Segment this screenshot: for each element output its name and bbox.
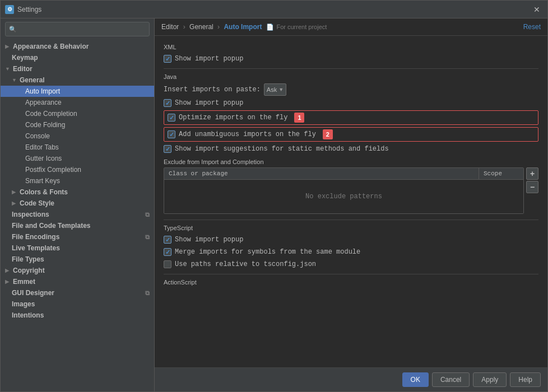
- apply-button[interactable]: Apply: [473, 372, 507, 387]
- ts-as-divider: [164, 274, 538, 274]
- settings-content: XML Show import popup Java Insert import…: [155, 36, 547, 367]
- java-show-suggestions-row: Show import suggestions for static metho…: [164, 144, 538, 154]
- col-class-package: Class or package: [164, 168, 479, 179]
- sidebar-item-gutter-icons[interactable]: Gutter Icons: [1, 153, 154, 164]
- ts-merge-imports-label: Merge imports for symbols from the same …: [175, 248, 360, 256]
- arrow-icon: ▶: [5, 44, 11, 49]
- sidebar-item-label: Gutter Icons: [25, 155, 62, 162]
- breadcrumb-general: General: [189, 23, 213, 31]
- sidebar-item-label: Colors & Fonts: [20, 188, 68, 196]
- exclude-section: Exclude from Import and Completion Class…: [164, 158, 538, 214]
- sidebar-item-label: Smart Keys: [25, 177, 60, 185]
- cancel-button[interactable]: Cancel: [432, 372, 470, 387]
- sidebar-item-label: Console: [25, 132, 50, 140]
- close-button[interactable]: ✕: [531, 3, 543, 16]
- sidebar-item-label: Auto Import: [25, 87, 60, 95]
- sidebar-item-images[interactable]: Images: [1, 298, 154, 310]
- sidebar-item-code-completion[interactable]: Code Completion: [1, 108, 154, 119]
- ts-show-import-popup-label: Show import popup: [175, 236, 243, 244]
- sidebar-item-appearance-behavior[interactable]: ▶ Appearance & Behavior: [1, 41, 154, 52]
- remove-pattern-button[interactable]: −: [526, 181, 538, 193]
- col-scope: Scope: [479, 168, 523, 179]
- java-optimize-imports-checkbox[interactable]: [168, 114, 175, 122]
- arrow-icon: ▶: [12, 189, 17, 195]
- sidebar-item-label: Code Completion: [25, 110, 77, 118]
- xml-show-import-popup-label: Show import popup: [175, 55, 243, 63]
- java-add-unambiguous-row: Add unambiguous imports on the fly 2: [164, 127, 538, 142]
- sidebar-item-label: Images: [12, 300, 35, 308]
- sidebar-item-label: File and Code Templates: [12, 222, 90, 230]
- java-optimize-imports-label: Optimize imports on the fly: [179, 114, 287, 122]
- reset-button[interactable]: Reset: [523, 23, 541, 31]
- insert-imports-label: Insert imports on paste:: [164, 86, 261, 94]
- ts-use-paths-checkbox[interactable]: [164, 260, 171, 268]
- ts-show-import-popup-row: Show import popup: [164, 235, 538, 245]
- sidebar-item-console[interactable]: Console: [1, 130, 154, 142]
- search-icon: 🔍: [9, 26, 17, 33]
- sidebar-item-file-encodings[interactable]: File Encodings ⧉: [1, 231, 154, 242]
- content-area: 🔍 ▶ Appearance & Behavior Keymap ▼ Edito…: [1, 18, 547, 391]
- typescript-section-label: TypeScript: [164, 225, 538, 231]
- sidebar-item-label: General: [20, 76, 45, 84]
- sidebar-item-postfix-completion[interactable]: Postfix Completion: [1, 164, 154, 175]
- step-2-badge: 2: [323, 129, 333, 139]
- sidebar-item-file-types[interactable]: File Types: [1, 254, 154, 265]
- main-panel: Editor › General › Auto Import 📄 For cur…: [155, 18, 547, 391]
- java-show-suggestions-label: Show import suggestions for static metho…: [175, 145, 389, 153]
- java-show-import-popup-label: Show import popup: [175, 99, 243, 107]
- settings-tree: ▶ Appearance & Behavior Keymap ▼ Editor …: [1, 40, 154, 391]
- sidebar-item-editor-tabs[interactable]: Editor Tabs: [1, 142, 154, 153]
- sidebar-item-general[interactable]: ▼ General: [1, 74, 154, 86]
- sidebar-item-live-templates[interactable]: Live Templates: [1, 242, 154, 254]
- dropdown-arrow-icon: ▼: [278, 87, 284, 92]
- sidebar-item-keymap[interactable]: Keymap: [1, 52, 154, 63]
- add-pattern-button[interactable]: +: [526, 167, 538, 180]
- sidebar-item-appearance[interactable]: Appearance: [1, 97, 154, 108]
- ts-show-import-popup-checkbox[interactable]: [164, 236, 171, 244]
- java-add-unambiguous-label: Add unambiguous imports on the fly: [179, 130, 316, 138]
- sidebar-item-editor[interactable]: ▼ Editor: [1, 63, 154, 74]
- arrow-icon: ▶: [5, 268, 11, 273]
- xml-show-import-popup-row: Show import popup: [164, 54, 538, 64]
- sidebar-item-copyright[interactable]: ▶ Copyright: [1, 265, 154, 276]
- java-add-unambiguous-checkbox[interactable]: [168, 130, 175, 138]
- sidebar-item-label: Copyright: [13, 267, 45, 274]
- no-patterns-label: No exclude patterns: [305, 193, 382, 200]
- project-icon: 📄: [266, 24, 274, 31]
- exclude-label: Exclude from Import and Completion: [164, 158, 538, 165]
- xml-show-import-popup-checkbox[interactable]: [164, 55, 171, 63]
- breadcrumb-editor: Editor: [161, 23, 179, 31]
- insert-imports-dropdown[interactable]: Ask ▼: [264, 83, 286, 96]
- search-input[interactable]: [20, 25, 146, 33]
- sidebar-item-label: Inspections: [12, 211, 49, 218]
- sidebar-item-inspections[interactable]: Inspections ⧉: [1, 209, 154, 220]
- sidebar-item-label: GUI Designer: [12, 289, 54, 297]
- sidebar-item-file-code-templates[interactable]: File and Code Templates: [1, 220, 154, 231]
- help-button[interactable]: Help: [510, 372, 541, 387]
- sidebar-item-gui-designer[interactable]: GUI Designer ⧉: [1, 287, 154, 298]
- sidebar-item-smart-keys[interactable]: Smart Keys: [1, 175, 154, 186]
- ts-use-paths-row: Use paths relative to tsconfig.json: [164, 259, 538, 269]
- sidebar-item-label: Keymap: [12, 54, 38, 62]
- sidebar: 🔍 ▶ Appearance & Behavior Keymap ▼ Edito…: [1, 18, 155, 391]
- copy-icon: ⧉: [145, 234, 150, 241]
- java-show-suggestions-checkbox[interactable]: [164, 145, 171, 153]
- sidebar-item-auto-import[interactable]: Auto Import: [1, 86, 154, 97]
- ts-merge-imports-checkbox[interactable]: [164, 248, 171, 256]
- insert-imports-value: Ask: [267, 86, 277, 93]
- java-show-import-popup-checkbox[interactable]: [164, 99, 171, 107]
- sidebar-item-code-style[interactable]: ▶ Code Style: [1, 198, 154, 209]
- bottom-bar: OK Cancel Apply Help: [155, 367, 547, 391]
- sidebar-item-emmet[interactable]: ▶ Emmet: [1, 276, 154, 287]
- sidebar-item-intentions[interactable]: Intentions: [1, 310, 154, 321]
- sidebar-item-label: File Encodings: [12, 233, 59, 241]
- sidebar-item-label: Live Templates: [12, 244, 60, 252]
- sidebar-item-code-folding[interactable]: Code Folding: [1, 119, 154, 130]
- ok-button[interactable]: OK: [402, 372, 429, 387]
- sidebar-item-label: Appearance & Behavior: [13, 43, 89, 50]
- sidebar-item-colors-fonts[interactable]: ▶ Colors & Fonts: [1, 186, 154, 198]
- search-box[interactable]: 🔍: [5, 22, 150, 36]
- breadcrumb-bar: Editor › General › Auto Import 📄 For cur…: [155, 18, 547, 36]
- ts-use-paths-label: Use paths relative to tsconfig.json: [175, 260, 316, 268]
- sidebar-item-label: File Types: [12, 255, 44, 263]
